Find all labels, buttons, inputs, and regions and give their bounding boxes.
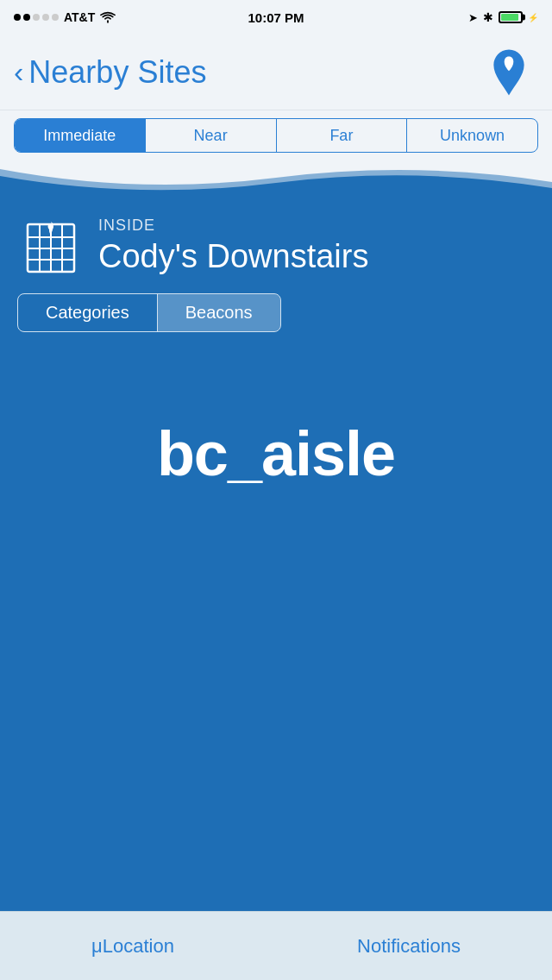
battery-icon: [499, 11, 523, 23]
beacon-name: bc_aisle: [157, 418, 395, 489]
blue-tabs: Categories Beacons: [17, 293, 281, 332]
inside-label: INSIDE: [98, 217, 531, 235]
segment-unknown[interactable]: Unknown: [407, 119, 537, 152]
building-icon: [21, 216, 81, 276]
back-label: Nearby Sites: [28, 54, 206, 91]
segment-immediate[interactable]: Immediate: [15, 119, 146, 152]
beacon-display: bc_aisle: [0, 349, 552, 558]
nav-bar: ‹ Nearby Sites: [0, 35, 552, 110]
blue-content: INSIDE Cody's Downstairs Categories Beac…: [0, 195, 552, 980]
signal-dot-5: [52, 14, 59, 21]
tab-beacons[interactable]: Beacons: [158, 294, 280, 331]
location-arrow-icon: ➤: [468, 11, 478, 24]
battery-fill: [501, 14, 518, 21]
app-logo: [483, 47, 535, 98]
charging-icon: ⚡: [528, 13, 538, 22]
tab-categories[interactable]: Categories: [18, 294, 158, 331]
bottom-tab-bar: μLocation Notifications: [0, 911, 552, 980]
signal-dots: [14, 14, 59, 21]
signal-dot-4: [42, 14, 49, 21]
signal-dot-3: [33, 14, 40, 21]
tab-notifications[interactable]: Notifications: [323, 927, 495, 966]
signal-dot-2: [23, 14, 30, 21]
segment-bar: Immediate Near Far Unknown: [0, 110, 552, 160]
inside-name: Cody's Downstairs: [98, 238, 531, 276]
carrier-label: AT&T: [64, 10, 95, 24]
bluetooth-icon: ✱: [483, 10, 493, 24]
segment-far[interactable]: Far: [277, 119, 408, 152]
status-bar: AT&T 10:07 PM ➤ ✱ ⚡: [0, 0, 552, 35]
back-button[interactable]: ‹ Nearby Sites: [14, 54, 206, 91]
wave-divider: [0, 160, 552, 195]
status-right: ➤ ✱ ⚡: [468, 10, 538, 24]
tab-ulocation[interactable]: μLocation: [57, 927, 209, 966]
inside-section: INSIDE Cody's Downstairs: [0, 195, 552, 293]
status-time: 10:07 PM: [248, 10, 304, 25]
proximity-segment: Immediate Near Far Unknown: [14, 118, 538, 153]
status-left: AT&T: [14, 10, 116, 24]
inside-info: INSIDE Cody's Downstairs: [98, 217, 531, 276]
wifi-icon: [100, 11, 116, 23]
segment-near[interactable]: Near: [146, 119, 277, 152]
back-arrow-icon: ‹: [14, 55, 23, 89]
svg-point-0: [505, 57, 513, 65]
signal-dot-1: [14, 14, 21, 21]
